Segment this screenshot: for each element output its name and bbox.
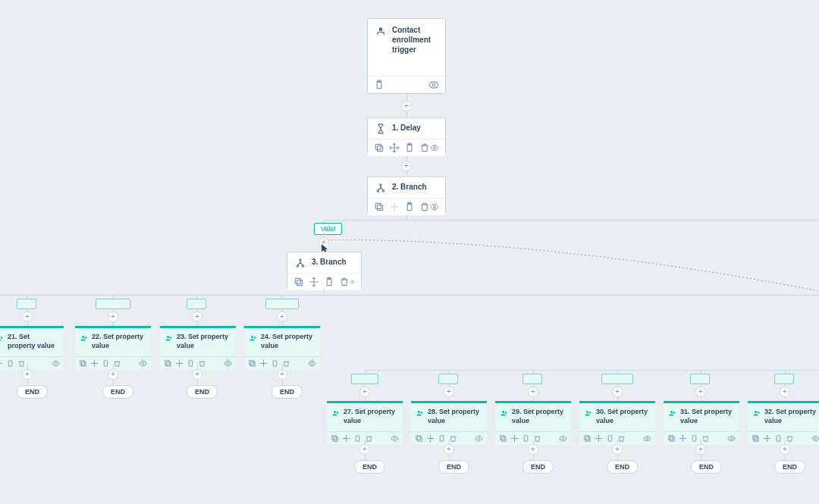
add-step-button[interactable]: + [780,387,790,397]
add-step-button[interactable]: + [108,369,118,380]
copy-icon[interactable] [667,434,676,443]
move-icon[interactable] [0,359,3,368]
clipboard-icon[interactable] [6,359,14,368]
property-card-29[interactable]: 29. Set property value [495,401,571,445]
eye-icon[interactable] [811,434,819,443]
trash-icon[interactable] [339,277,350,287]
add-step-button[interactable]: + [695,387,706,397]
add-step-button[interactable]: + [612,387,623,397]
add-step-button[interactable]: + [401,161,412,171]
trash-icon[interactable] [419,202,430,212]
eye-icon[interactable] [559,434,567,443]
add-step-button[interactable]: + [401,101,412,111]
trash-icon[interactable] [365,434,373,443]
branch-label-empty[interactable] [690,374,710,384]
add-step-button[interactable]: + [277,311,287,322]
move-icon[interactable] [763,434,771,443]
property-card-23[interactable]: 23. Set property value [160,326,236,370]
clipboard-icon[interactable] [324,277,334,287]
clipboard-icon[interactable] [774,434,783,443]
copy-icon[interactable] [499,434,507,443]
copy-icon[interactable] [79,359,87,368]
clipboard-icon[interactable] [353,434,362,443]
add-step-button[interactable]: + [108,311,118,322]
add-step-button[interactable]: + [695,444,706,455]
add-step-button[interactable]: + [192,369,202,380]
trash-icon[interactable] [198,359,206,368]
copy-icon[interactable] [374,202,384,212]
eye-icon[interactable] [350,277,355,287]
move-icon[interactable] [679,434,687,443]
clipboard-icon[interactable] [271,359,279,368]
add-step-button[interactable]: + [528,387,538,397]
copy-icon[interactable] [583,434,592,443]
add-step-button[interactable]: + [192,311,202,322]
move-icon[interactable] [259,359,268,368]
copy-icon[interactable] [293,277,304,287]
branch-label-empty[interactable] [601,374,633,384]
clipboard-icon[interactable] [187,359,195,368]
branch-label-empty[interactable] [96,299,130,309]
move-icon[interactable] [90,359,99,368]
copy-icon[interactable] [248,359,256,368]
branch-node-3[interactable]: 3. Branch [287,252,362,288]
eye-icon[interactable] [224,359,232,368]
eye-icon[interactable] [308,359,316,368]
trash-icon[interactable] [786,434,794,443]
move-icon[interactable] [309,277,319,287]
trash-icon[interactable] [17,359,26,368]
eye-icon[interactable] [139,359,147,368]
branch-label-empty[interactable] [265,299,299,309]
property-card-28[interactable]: 28. Set property value [411,401,487,445]
clipboard-icon[interactable] [374,80,384,90]
move-icon[interactable] [426,434,435,443]
add-step-button[interactable]: + [359,444,370,455]
delay-node[interactable]: 1. Delay [367,117,446,154]
property-card-30[interactable]: 30. Set property value [579,401,655,445]
move-icon[interactable] [389,142,400,153]
trash-icon[interactable] [113,359,121,368]
add-step-button[interactable]: + [528,444,538,455]
trash-icon[interactable] [617,434,626,443]
add-step-button[interactable]: + [780,444,790,455]
copy-icon[interactable] [164,359,172,368]
move-icon[interactable] [510,434,519,443]
eye-icon[interactable] [475,434,483,443]
clipboard-icon[interactable] [606,434,614,443]
branch-label-empty[interactable] [351,374,378,384]
move-icon[interactable] [175,359,184,368]
branch-label-empty[interactable] [438,374,458,384]
add-step-button[interactable]: + [444,387,454,397]
eye-icon[interactable] [430,142,439,153]
branch-label-valid[interactable]: Valid [314,223,342,235]
add-step-button[interactable]: + [612,444,623,455]
copy-icon[interactable] [331,434,339,443]
property-card-21[interactable]: 21. Set property value [0,326,64,370]
eye-icon[interactable] [430,202,439,212]
move-icon[interactable] [595,434,603,443]
trash-icon[interactable] [449,434,457,443]
trigger-node[interactable]: Contact enrollment trigger [367,18,446,94]
property-card-31[interactable]: 31. Set property value [664,401,739,445]
clipboard-icon[interactable] [522,434,530,443]
add-step-button[interactable]: + [277,369,287,380]
clipboard-icon[interactable] [404,202,415,212]
move-icon[interactable] [342,434,350,443]
eye-icon[interactable] [52,359,60,368]
eye-icon[interactable] [727,434,736,443]
property-card-27[interactable]: 27. Set property value [327,401,403,445]
branch-label-empty[interactable] [17,299,36,309]
branch-node-2[interactable]: 2. Branch [367,177,446,213]
copy-icon[interactable] [752,434,760,443]
trash-icon[interactable] [701,434,710,443]
workflow-canvas[interactable]: Contact enrollment trigger + 1. Delay [0,0,819,504]
property-card-32[interactable]: 32. Set property value [748,401,819,445]
add-step-button[interactable]: + [359,387,370,397]
eye-icon[interactable] [391,434,399,443]
eye-icon[interactable] [428,80,439,90]
branch-label-empty[interactable] [522,374,542,384]
trash-icon[interactable] [419,142,430,153]
eye-icon[interactable] [643,434,651,443]
clipboard-icon[interactable] [102,359,110,368]
clipboard-icon[interactable] [690,434,698,443]
